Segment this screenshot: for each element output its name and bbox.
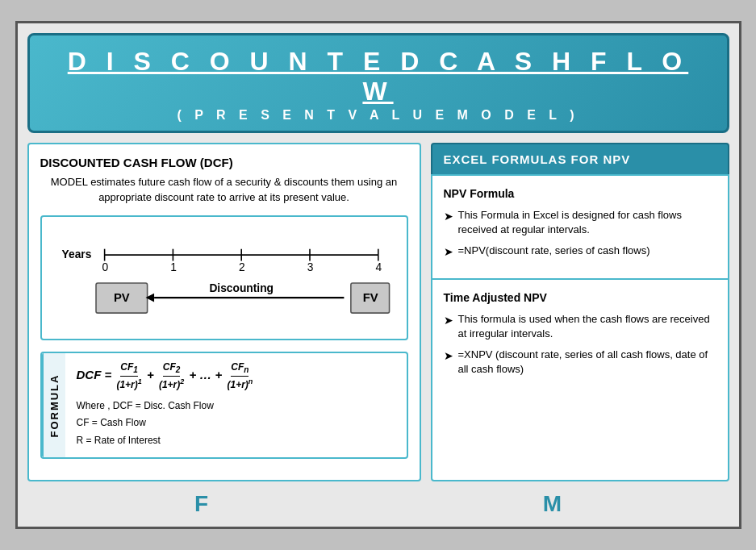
svg-text:0: 0 (102, 261, 108, 273)
bottom-labels: F M (27, 491, 729, 517)
right-header: EXCEL FORMULAS FOR NPV (431, 143, 729, 174)
arrow-icon-4: ➤ (444, 348, 453, 365)
arrow-icon-2: ➤ (444, 244, 453, 260)
left-panel: DISCOUNTED CASH FLOW (DCF) MODEL estimat… (27, 143, 421, 482)
where-line-3: R = Rate of Interest (77, 432, 395, 450)
timeline-svg: Years 0 1 2 3 4 PV FV Discou (53, 225, 395, 327)
fraction-n: CFn (1+r)n (227, 361, 253, 391)
right-panel: EXCEL FORMULAS FOR NPV NPV Formula ➤ Thi… (431, 143, 729, 482)
dcf-description: MODEL estimates future cash flow of a se… (40, 174, 408, 206)
dcf-title: DISCOUNTED CASH FLOW (DCF) (40, 156, 408, 169)
xnpv-bullet-1: ➤ This formula is used when the cash flo… (444, 312, 716, 341)
arrow-icon-1: ➤ (444, 209, 453, 225)
where-line-2: CF = Cash Flow (77, 415, 395, 432)
dcf-eq: DCF = (77, 368, 115, 381)
formula-content: DCF = CF1 (1+r)1 + CF2 (1+r)2 + … + (65, 353, 407, 458)
formula-container: FORMULA DCF = CF1 (1+r)1 + CF2 (1+r)2 (40, 352, 408, 460)
xnpv-section-header: Time Adjusted NPV (444, 291, 716, 304)
formula-math: DCF = CF1 (1+r)1 + CF2 (1+r)2 + … + (77, 361, 395, 391)
arrow-icon-3: ➤ (444, 313, 453, 329)
fraction-1: CF1 (1+r)1 (116, 361, 141, 391)
main-container: D I S C O U N T E D C A S H F L O W ( P … (15, 21, 741, 530)
svg-text:2: 2 (239, 261, 245, 273)
bottom-label-f: F (194, 491, 208, 517)
formula-where: Where , DCF = Disc. Cash Flow CF = Cash … (77, 398, 395, 450)
formula-label: FORMULA (42, 353, 65, 458)
svg-text:3: 3 (307, 261, 313, 273)
title-box: D I S C O U N T E D C A S H F L O W ( P … (27, 33, 729, 133)
svg-text:1: 1 (170, 261, 177, 273)
svg-text:4: 4 (375, 261, 382, 273)
fraction-2: CF2 (1+r)2 (159, 361, 184, 391)
xnpv-bullet-2: ➤ =XNPV (discount rate, series of all ca… (444, 348, 716, 377)
svg-text:FV: FV (362, 291, 378, 304)
svg-text:PV: PV (113, 291, 129, 304)
bottom-label-m: M (543, 491, 562, 517)
main-title: D I S C O U N T E D C A S H F L O W (46, 47, 711, 106)
where-line-1: Where , DCF = Disc. Cash Flow (77, 398, 395, 415)
svg-text:Discounting: Discounting (209, 281, 274, 294)
content-area: DISCOUNTED CASH FLOW (DCF) MODEL estimat… (27, 143, 729, 482)
svg-text:Years: Years (61, 248, 91, 260)
npv-bullet-2: ➤ =NPV(discount rate, series of cash flo… (444, 244, 716, 260)
xnpv-section: Time Adjusted NPV ➤ This formula is used… (432, 280, 728, 395)
right-content: NPV Formula ➤ This Formula in Excel is d… (431, 174, 729, 482)
npv-bullet-1: ➤ This Formula in Excel is designed for … (444, 208, 716, 237)
npv-section: NPV Formula ➤ This Formula in Excel is d… (432, 176, 728, 280)
sub-title: ( P R E S E N T V A L U E M O D E L ) (46, 108, 711, 123)
timeline-box: Years 0 1 2 3 4 PV FV Discou (40, 215, 408, 340)
npv-section-header: NPV Formula (444, 187, 716, 200)
